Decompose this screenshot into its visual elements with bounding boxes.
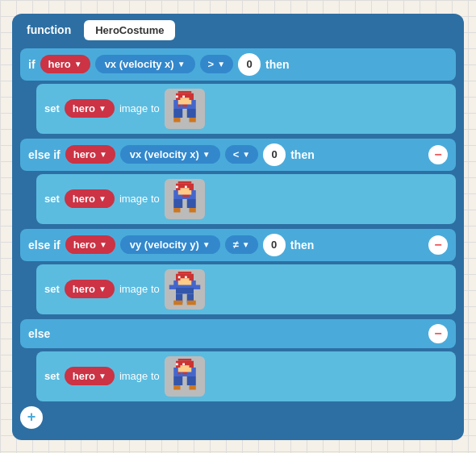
remove-else-if-1[interactable]: − <box>428 145 448 164</box>
svg-rect-24 <box>180 188 189 190</box>
remove-else-if-2[interactable]: − <box>428 235 448 255</box>
then-1: then <box>265 58 290 71</box>
then-3: then <box>290 239 315 251</box>
function-header: function HeroCostume <box>20 20 456 40</box>
else-if-keyword-1: else if <box>28 148 61 161</box>
hero-var-set-3[interactable]: hero ▼ <box>65 280 115 298</box>
vx-prop-1[interactable]: vx (velocity x) ▼ <box>95 55 195 73</box>
function-keyword: function <box>20 20 77 39</box>
hero-var-set-4[interactable]: hero ▼ <box>65 367 115 385</box>
sprite-4[interactable] <box>165 356 205 397</box>
else-if-section-1: else if hero ▼ vx (velocity x) ▼ < ▼ 0 t… <box>20 139 456 224</box>
svg-rect-37 <box>187 300 196 305</box>
set-row-1: set hero ▼ image to <box>36 84 456 134</box>
svg-rect-13 <box>178 181 192 184</box>
set-row-3: set hero ▼ image to <box>36 264 456 314</box>
image-to-2: image to <box>119 193 160 205</box>
hero-var-set-2[interactable]: hero ▼ <box>65 189 115 208</box>
svg-rect-7 <box>173 109 182 118</box>
else-block: else − <box>20 319 456 348</box>
add-block-button[interactable]: + <box>20 406 43 429</box>
set-row-2: set hero ▼ image to <box>36 174 456 224</box>
svg-rect-20 <box>173 199 182 208</box>
if-condition-row: if hero ▼ vx (velocity x) ▼ > ▼ 0 then <box>28 53 448 76</box>
svg-rect-26 <box>178 272 192 274</box>
image-to-4: image to <box>119 370 160 382</box>
svg-rect-28 <box>178 276 181 278</box>
num-0-2[interactable]: 0 <box>263 143 286 166</box>
else-section: else − set hero ▼ image to <box>20 319 456 401</box>
svg-rect-9 <box>173 118 180 123</box>
svg-rect-36 <box>173 300 182 305</box>
vx-prop-2[interactable]: vx (velocity x) ▼ <box>120 145 220 164</box>
svg-rect-15 <box>176 185 178 188</box>
else-if-keyword-2: else if <box>28 239 61 251</box>
set-label-2: set <box>44 193 60 205</box>
else-if-condition-row-2: else if hero ▼ vy (velocity y) ▼ ≠ ▼ 0 t… <box>28 234 448 256</box>
image-to-1: image to <box>119 102 160 114</box>
if-keyword: if <box>28 58 35 71</box>
function-block: function HeroCostume if hero ▼ vx (veloc… <box>12 14 464 440</box>
vy-prop[interactable]: vy (velocity y) ▼ <box>120 235 220 254</box>
svg-rect-38 <box>180 278 189 281</box>
sprite-3[interactable] <box>165 269 205 310</box>
gt-arrow: ▼ <box>217 60 225 69</box>
svg-rect-8 <box>187 109 196 118</box>
hero-arrow-1: ▼ <box>74 60 82 69</box>
num-0-3[interactable]: 0 <box>263 234 286 256</box>
vx-arrow-1: ▼ <box>177 60 186 69</box>
svg-rect-16 <box>185 185 187 188</box>
svg-rect-12 <box>178 100 192 105</box>
svg-rect-29 <box>185 276 187 278</box>
set-label-4: set <box>44 370 60 382</box>
num-0-1[interactable]: 0 <box>238 53 261 76</box>
else-if-block-1: else if hero ▼ vx (velocity x) ▼ < ▼ 0 t… <box>20 139 456 171</box>
svg-rect-2 <box>176 95 178 98</box>
remove-else[interactable]: − <box>428 324 448 343</box>
else-if-condition-row-1: else if hero ▼ vx (velocity x) ▼ < ▼ 0 t… <box>28 143 448 166</box>
if-block: if hero ▼ vx (velocity x) ▼ > ▼ 0 then <box>20 48 456 81</box>
svg-rect-49 <box>173 385 180 390</box>
then-2: then <box>290 148 315 161</box>
hero-var-2[interactable]: hero ▼ <box>65 145 115 164</box>
svg-rect-11 <box>180 98 189 100</box>
hero-var-set-1[interactable]: hero ▼ <box>65 99 115 118</box>
svg-rect-43 <box>182 363 185 365</box>
svg-rect-33 <box>176 287 194 293</box>
svg-rect-42 <box>176 363 178 365</box>
image-to-3: image to <box>119 283 160 295</box>
neq-op[interactable]: ≠ ▼ <box>225 235 258 254</box>
function-name[interactable]: HeroCostume <box>84 20 175 40</box>
sprite-2[interactable] <box>165 179 205 219</box>
svg-rect-23 <box>189 208 195 213</box>
svg-rect-40 <box>178 359 192 361</box>
gt-op[interactable]: > ▼ <box>200 55 234 73</box>
svg-rect-21 <box>187 199 196 208</box>
svg-rect-22 <box>173 208 180 213</box>
else-if-section-2: else if hero ▼ vy (velocity y) ▼ ≠ ▼ 0 t… <box>20 229 456 314</box>
svg-rect-32 <box>194 285 200 289</box>
svg-rect-31 <box>169 285 176 289</box>
svg-rect-51 <box>180 365 189 368</box>
svg-rect-10 <box>189 118 195 123</box>
set-label-3: set <box>44 283 60 295</box>
svg-rect-3 <box>182 95 185 98</box>
lt-op[interactable]: < ▼ <box>225 145 259 164</box>
if-section: if hero ▼ vx (velocity x) ▼ > ▼ 0 then s… <box>20 48 456 134</box>
svg-rect-39 <box>178 281 192 285</box>
hero-var-3[interactable]: hero ▼ <box>65 235 115 254</box>
else-keyword: else <box>28 327 50 340</box>
else-if-block-2: else if hero ▼ vy (velocity y) ▼ ≠ ▼ 0 t… <box>20 229 456 261</box>
svg-rect-25 <box>178 190 192 195</box>
svg-rect-0 <box>178 91 192 94</box>
else-row: else − <box>28 324 448 343</box>
sprite-1[interactable] <box>165 89 205 129</box>
svg-rect-47 <box>173 376 182 385</box>
svg-rect-50 <box>189 385 195 390</box>
set-row-4: set hero ▼ image to <box>36 351 456 401</box>
set-label-1: set <box>44 102 60 114</box>
svg-rect-52 <box>178 368 192 372</box>
hero-var-1[interactable]: hero ▼ <box>40 55 90 73</box>
svg-rect-48 <box>187 376 196 385</box>
